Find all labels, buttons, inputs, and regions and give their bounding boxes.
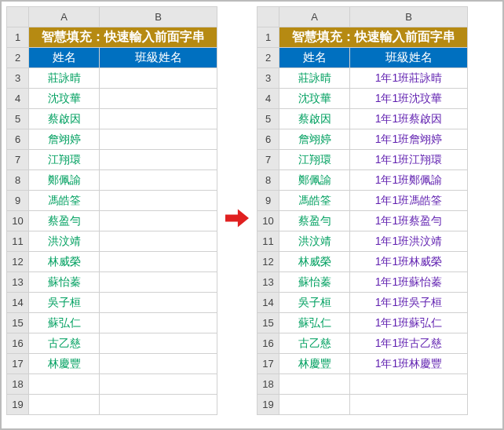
title-cell[interactable]: 智慧填充：快速輸入前面字串 <box>279 27 468 48</box>
name-cell[interactable]: 吳子桓 <box>29 293 100 313</box>
class-name-cell[interactable] <box>100 333 217 354</box>
name-cell[interactable]: 馮皓筌 <box>29 191 100 211</box>
class-name-cell[interactable] <box>100 170 217 191</box>
name-cell[interactable]: 古乙慈 <box>279 333 350 354</box>
row-header[interactable]: 19 <box>7 395 29 415</box>
row-header[interactable]: 1 <box>257 27 279 48</box>
name-cell[interactable]: 林威榮 <box>279 252 350 272</box>
row-header[interactable]: 8 <box>7 170 29 191</box>
name-cell[interactable]: 洪汶靖 <box>279 231 350 252</box>
header-class[interactable]: 班級姓名 <box>350 48 468 68</box>
class-name-cell[interactable] <box>100 68 217 89</box>
row-header[interactable]: 5 <box>7 109 29 129</box>
header-name[interactable]: 姓名 <box>29 48 100 68</box>
name-cell[interactable]: 吳子桓 <box>279 293 350 313</box>
row-header[interactable]: 4 <box>7 89 29 109</box>
class-name-cell[interactable]: 1年1班蘇弘仁 <box>350 313 468 333</box>
name-cell[interactable]: 蘇弘仁 <box>279 313 350 333</box>
corner-cell[interactable] <box>7 7 29 27</box>
row-header[interactable]: 10 <box>7 211 29 231</box>
name-cell[interactable]: 蔡啟因 <box>29 109 100 129</box>
class-name-cell[interactable] <box>100 89 217 109</box>
class-name-cell[interactable]: 1年1班馮皓筌 <box>350 191 468 211</box>
row-header[interactable]: 4 <box>257 89 279 109</box>
name-cell[interactable]: 蘇怡蓁 <box>29 272 100 293</box>
spreadsheet-right[interactable]: A B 1 智慧填充：快速輸入前面字串 2 姓名 班級姓名 3莊詠晴1年1班莊詠… <box>257 6 468 415</box>
cell[interactable] <box>100 395 217 415</box>
row-header[interactable]: 12 <box>7 252 29 272</box>
name-cell[interactable]: 莊詠晴 <box>29 68 100 89</box>
col-header-b[interactable]: B <box>350 7 468 27</box>
class-name-cell[interactable]: 1年1班林威榮 <box>350 252 468 272</box>
cell[interactable] <box>29 395 100 415</box>
name-cell[interactable]: 林威榮 <box>29 252 100 272</box>
row-header[interactable]: 16 <box>7 333 29 354</box>
class-name-cell[interactable]: 1年1班蔡啟因 <box>350 109 468 129</box>
cell[interactable] <box>29 374 100 395</box>
class-name-cell[interactable] <box>100 231 217 252</box>
name-cell[interactable]: 鄭佩諭 <box>279 170 350 191</box>
class-name-cell[interactable]: 1年1班莊詠晴 <box>350 68 468 89</box>
name-cell[interactable]: 江翔環 <box>29 150 100 170</box>
row-header[interactable]: 12 <box>257 252 279 272</box>
name-cell[interactable]: 馮皓筌 <box>279 191 350 211</box>
col-header-a[interactable]: A <box>29 7 100 27</box>
class-name-cell[interactable]: 1年1班鄭佩諭 <box>350 170 468 191</box>
cell[interactable] <box>100 374 217 395</box>
class-name-cell[interactable] <box>100 354 217 374</box>
row-header[interactable]: 7 <box>7 150 29 170</box>
name-cell[interactable]: 洪汶靖 <box>29 231 100 252</box>
name-cell[interactable]: 蔡盈勻 <box>29 211 100 231</box>
header-class[interactable]: 班級姓名 <box>100 48 217 68</box>
class-name-cell[interactable]: 1年1班林慶豐 <box>350 354 468 374</box>
row-header[interactable]: 9 <box>7 191 29 211</box>
spreadsheet-left[interactable]: A B 1 智慧填充：快速輸入前面字串 2 姓名 班級姓名 3莊詠晴4沈玟華5蔡… <box>6 6 217 415</box>
col-header-b[interactable]: B <box>100 7 217 27</box>
row-header[interactable]: 10 <box>257 211 279 231</box>
name-cell[interactable]: 蔡啟因 <box>279 109 350 129</box>
class-name-cell[interactable]: 1年1班江翔環 <box>350 150 468 170</box>
row-header[interactable]: 2 <box>257 48 279 68</box>
class-name-cell[interactable] <box>100 293 217 313</box>
class-name-cell[interactable]: 1年1班蔡盈勻 <box>350 211 468 231</box>
name-cell[interactable]: 沈玟華 <box>29 89 100 109</box>
class-name-cell[interactable]: 1年1班沈玟華 <box>350 89 468 109</box>
title-cell[interactable]: 智慧填充：快速輸入前面字串 <box>29 27 217 48</box>
class-name-cell[interactable] <box>100 129 217 150</box>
row-header[interactable]: 13 <box>257 272 279 293</box>
row-header[interactable]: 3 <box>7 68 29 89</box>
name-cell[interactable]: 詹翊婷 <box>279 129 350 150</box>
name-cell[interactable]: 江翔環 <box>279 150 350 170</box>
row-header[interactable]: 18 <box>7 374 29 395</box>
name-cell[interactable]: 詹翊婷 <box>29 129 100 150</box>
cell[interactable] <box>350 395 468 415</box>
row-header[interactable]: 7 <box>257 150 279 170</box>
class-name-cell[interactable] <box>100 313 217 333</box>
class-name-cell[interactable] <box>100 272 217 293</box>
class-name-cell[interactable]: 1年1班洪汶靖 <box>350 231 468 252</box>
row-header[interactable]: 13 <box>7 272 29 293</box>
row-header[interactable]: 15 <box>257 313 279 333</box>
row-header[interactable]: 1 <box>7 27 29 48</box>
name-cell[interactable]: 蘇怡蓁 <box>279 272 350 293</box>
row-header[interactable]: 3 <box>257 68 279 89</box>
class-name-cell[interactable]: 1年1班蘇怡蓁 <box>350 272 468 293</box>
row-header[interactable]: 11 <box>257 231 279 252</box>
name-cell[interactable]: 鄭佩諭 <box>29 170 100 191</box>
row-header[interactable]: 14 <box>257 293 279 313</box>
corner-cell[interactable] <box>257 7 279 27</box>
class-name-cell[interactable] <box>100 150 217 170</box>
row-header[interactable]: 17 <box>257 354 279 374</box>
row-header[interactable]: 18 <box>257 374 279 395</box>
row-header[interactable]: 8 <box>257 170 279 191</box>
class-name-cell[interactable]: 1年1班古乙慈 <box>350 333 468 354</box>
row-header[interactable]: 17 <box>7 354 29 374</box>
cell[interactable] <box>350 374 468 395</box>
name-cell[interactable]: 沈玟華 <box>279 89 350 109</box>
name-cell[interactable]: 林慶豐 <box>279 354 350 374</box>
header-name[interactable]: 姓名 <box>279 48 350 68</box>
class-name-cell[interactable]: 1年1班吳子桓 <box>350 293 468 313</box>
col-header-a[interactable]: A <box>279 7 350 27</box>
class-name-cell[interactable]: 1年1班詹翊婷 <box>350 129 468 150</box>
class-name-cell[interactable] <box>100 191 217 211</box>
